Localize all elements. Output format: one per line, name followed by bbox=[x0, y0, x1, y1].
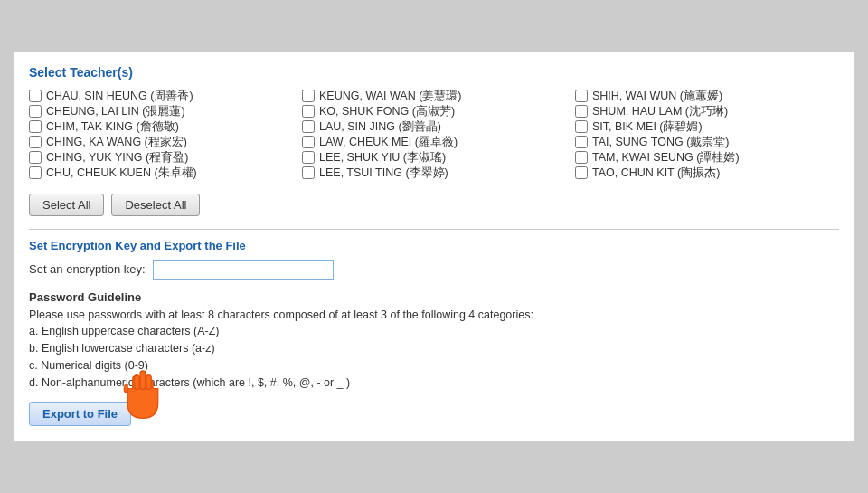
teacher-name: CHIM, TAK KING (詹德敬) bbox=[46, 119, 179, 135]
section-title: Select Teacher(s) bbox=[29, 65, 839, 80]
teacher-name: TAM, KWAI SEUNG (譚桂嫦) bbox=[592, 150, 740, 166]
teacher-checkbox[interactable] bbox=[302, 151, 315, 164]
teacher-checkbox[interactable] bbox=[29, 90, 42, 102]
list-item: CHIM, TAK KING (詹德敬) bbox=[29, 119, 293, 135]
teacher-checkbox[interactable] bbox=[302, 120, 315, 133]
teacher-checkbox[interactable] bbox=[302, 136, 315, 148]
teacher-name: KEUNG, WAI WAN (姜慧環) bbox=[319, 89, 462, 104]
list-item: KEUNG, WAI WAN (姜慧環) bbox=[302, 89, 566, 104]
teacher-checkbox[interactable] bbox=[575, 105, 588, 118]
list-item: LAU, SIN JING (劉善晶) bbox=[302, 119, 566, 135]
list-item: TAM, KWAI SEUNG (譚桂嫦) bbox=[575, 150, 839, 166]
list-item: LEE, TSUI TING (李翠婷) bbox=[302, 166, 566, 181]
teacher-name: SIT, BIK MEI (薛碧媚) bbox=[592, 119, 703, 135]
teacher-name: LAU, SIN JING (劉善晶) bbox=[319, 119, 441, 135]
encryption-row: Set an encryption key: bbox=[29, 260, 839, 280]
teacher-checkbox[interactable] bbox=[302, 105, 315, 118]
main-container: Select Teacher(s) CHAU, SIN HEUNG (周善香) … bbox=[14, 52, 854, 442]
teacher-checkbox[interactable] bbox=[302, 166, 315, 179]
teacher-name: TAI, SUNG TONG (戴崇堂) bbox=[592, 135, 730, 150]
list-item: CHU, CHEUK KUEN (朱卓權) bbox=[29, 166, 293, 181]
password-section: Password Guideline Please use passwords … bbox=[29, 290, 839, 392]
pw-guideline-title: Password Guideline bbox=[29, 290, 839, 304]
teacher-checkbox[interactable] bbox=[575, 136, 588, 148]
teacher-checkbox[interactable] bbox=[302, 90, 315, 102]
list-item: LAW, CHEUK MEI (羅卓薇) bbox=[302, 135, 566, 150]
pw-guideline-text: Please use passwords with at least 8 cha… bbox=[29, 307, 839, 324]
select-all-button[interactable]: Select All bbox=[29, 194, 104, 216]
teacher-name: CHEUNG, LAI LIN (張麗蓮) bbox=[46, 104, 185, 119]
teacher-name: CHING, KA WANG (程家宏) bbox=[46, 135, 187, 150]
list-item: SIT, BIK MEI (薛碧媚) bbox=[575, 119, 839, 135]
selection-buttons: Select All Deselect All bbox=[29, 194, 839, 216]
encryption-title: Set Encryption Key and Export the File bbox=[29, 239, 839, 252]
list-item: SHUM, HAU LAM (沈巧琳) bbox=[575, 104, 839, 119]
teacher-name: SHUM, HAU LAM (沈巧琳) bbox=[592, 104, 728, 119]
teacher-name: CHU, CHEUK KUEN (朱卓權) bbox=[46, 166, 197, 181]
list-item: TAI, SUNG TONG (戴崇堂) bbox=[575, 135, 839, 150]
pw-rule-a: a. English uppercase characters (A-Z) bbox=[29, 323, 839, 340]
teacher-checkbox[interactable] bbox=[29, 136, 42, 148]
teachers-grid: CHAU, SIN HEUNG (周善香) CHEUNG, LAI LIN (張… bbox=[29, 89, 839, 181]
teacher-name: SHIH, WAI WUN (施蕙媛) bbox=[592, 89, 722, 104]
teacher-checkbox[interactable] bbox=[575, 151, 588, 164]
pw-rule-d: d. Non-alphanumeric characters (which ar… bbox=[29, 374, 839, 392]
teacher-checkbox[interactable] bbox=[29, 166, 42, 179]
list-item: CHEUNG, LAI LIN (張麗蓮) bbox=[29, 104, 293, 119]
teacher-name: TAO, CHUN KIT (陶振杰) bbox=[592, 166, 720, 181]
list-item: KO, SHUK FONG (高淑芳) bbox=[302, 104, 566, 119]
encryption-input[interactable] bbox=[153, 260, 334, 280]
list-item: CHING, KA WANG (程家宏) bbox=[29, 135, 293, 150]
teachers-col2: KEUNG, WAI WAN (姜慧環) KO, SHUK FONG (高淑芳)… bbox=[302, 89, 566, 181]
export-to-file-button[interactable]: Export to File bbox=[29, 402, 131, 426]
teacher-checkbox[interactable] bbox=[29, 105, 42, 118]
teacher-name: LEE, SHUK YIU (李淑瑤) bbox=[319, 150, 446, 166]
teacher-checkbox[interactable] bbox=[29, 151, 42, 164]
teacher-checkbox[interactable] bbox=[575, 90, 588, 102]
deselect-all-button[interactable]: Deselect All bbox=[111, 194, 200, 216]
teacher-name: CHAU, SIN HEUNG (周善香) bbox=[46, 89, 193, 104]
pw-rule-c: c. Numerical digits (0-9) bbox=[29, 357, 839, 374]
teacher-checkbox[interactable] bbox=[575, 166, 588, 179]
divider bbox=[29, 229, 839, 230]
teacher-name: LAW, CHEUK MEI (羅卓薇) bbox=[319, 135, 458, 150]
teachers-col1: CHAU, SIN HEUNG (周善香) CHEUNG, LAI LIN (張… bbox=[29, 89, 293, 181]
teachers-col3: SHIH, WAI WUN (施蕙媛) SHUM, HAU LAM (沈巧琳) … bbox=[575, 89, 839, 181]
teacher-checkbox[interactable] bbox=[575, 120, 588, 133]
list-item: LEE, SHUK YIU (李淑瑤) bbox=[302, 150, 566, 166]
encryption-label: Set an encryption key: bbox=[29, 262, 146, 276]
teacher-name: CHING, YUK YING (程育盈) bbox=[46, 150, 188, 166]
list-item: SHIH, WAI WUN (施蕙媛) bbox=[575, 89, 839, 104]
pw-rule-b: b. English lowercase characters (a-z) bbox=[29, 340, 839, 357]
teacher-name: LEE, TSUI TING (李翠婷) bbox=[319, 166, 448, 181]
teacher-checkbox[interactable] bbox=[29, 120, 42, 133]
list-item: TAO, CHUN KIT (陶振杰) bbox=[575, 166, 839, 181]
list-item: CHAU, SIN HEUNG (周善香) bbox=[29, 89, 293, 104]
list-item: CHING, YUK YING (程育盈) bbox=[29, 150, 293, 166]
teacher-name: KO, SHUK FONG (高淑芳) bbox=[319, 104, 455, 119]
